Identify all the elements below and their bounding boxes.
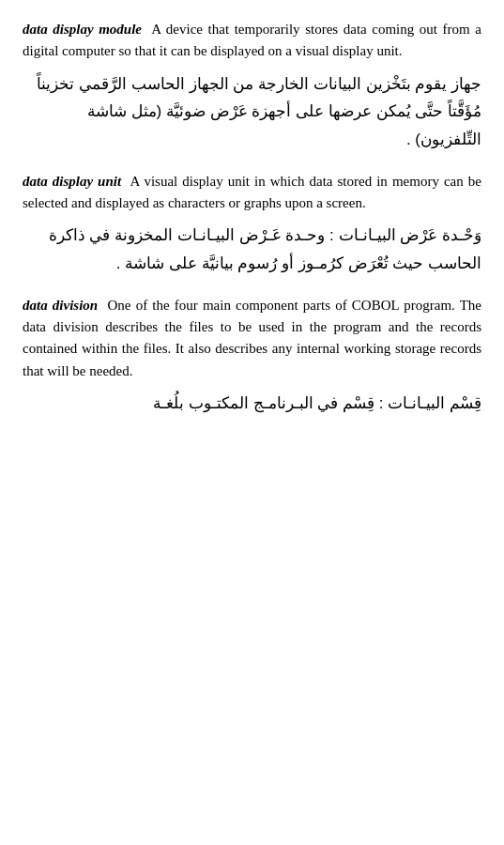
arabic-text-1: جهاز يقوم بتَخْزين البيانات الخارجة من ا… — [23, 70, 481, 154]
entry-term-2: data display unit — [23, 174, 121, 189]
entry-data-display-module: data display module A device that tempor… — [23, 19, 481, 154]
english-definition-1: data display module A device that tempor… — [23, 19, 481, 63]
english-definition-3: data division One of the four main compo… — [23, 295, 481, 382]
entry-data-division: data division One of the four main compo… — [23, 295, 481, 418]
arabic-text-2: وَحْـدة عَرْض البيـانـات : وحـدة عَـرْض … — [23, 222, 481, 278]
arabic-text-3: قِسْم البيـانـات : قِسْم في البـرنامـج ا… — [23, 390, 481, 418]
entry-data-display-unit: data display unit A visual display unit … — [23, 171, 481, 278]
entry-term-1: data display module — [23, 22, 142, 37]
entry-term-3: data division — [23, 298, 98, 313]
english-definition-2: data display unit A visual display unit … — [23, 171, 481, 215]
